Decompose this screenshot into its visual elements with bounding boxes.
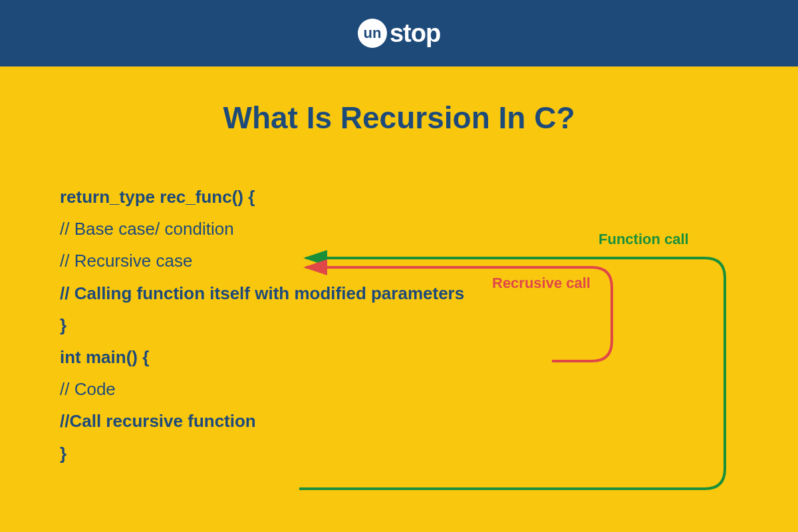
function-call-label: Function call: [598, 231, 689, 248]
code-block: return_type rec_func() { // Base case/ c…: [60, 182, 738, 468]
brand-logo: un stop: [358, 19, 440, 48]
code-line-6: int main() {: [60, 342, 738, 372]
header-bar: un stop: [0, 0, 798, 66]
code-line-1: return_type rec_func() {: [60, 182, 738, 211]
code-line-8: //Call recursive function: [60, 406, 738, 436]
code-line-5: }: [60, 311, 738, 340]
logo-word: stop: [390, 19, 440, 48]
logo-circle-text: un: [363, 25, 381, 42]
content-panel: What Is Recursion In C? return_type rec_…: [0, 66, 798, 532]
code-line-3: // Recursive case: [60, 246, 738, 275]
code-line-4: // Calling function itself with modified…: [60, 279, 738, 308]
logo-circle: un: [358, 19, 387, 48]
code-line-7: // Code: [60, 374, 738, 404]
code-line-9: }: [60, 439, 738, 468]
recursive-call-label: Recrusive call: [492, 275, 591, 292]
page-title: What Is Recursion In C?: [60, 100, 738, 136]
